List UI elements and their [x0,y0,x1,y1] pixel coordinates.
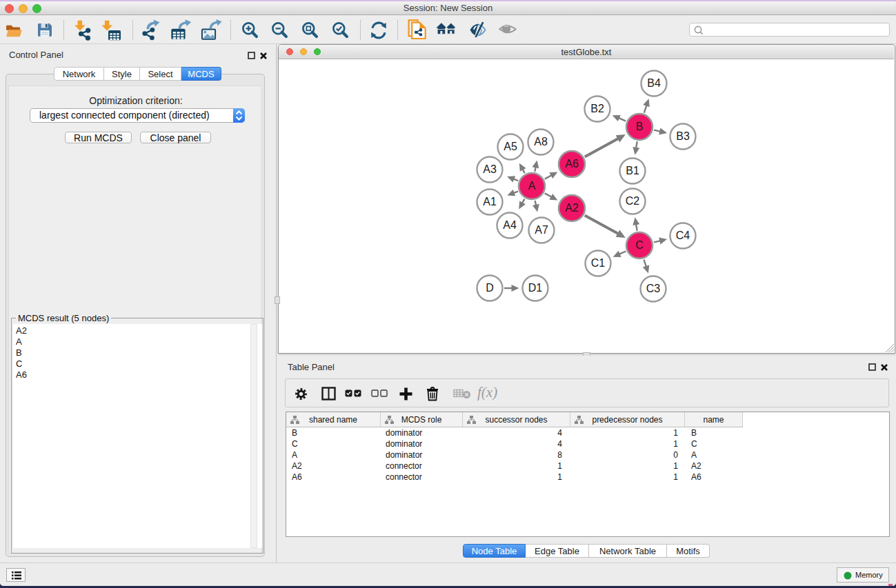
svg-text:A1: A1 [483,196,497,207]
svg-text:A6: A6 [565,158,579,170]
svg-text:C2: C2 [626,195,640,207]
svg-text:D1: D1 [528,282,543,294]
svg-text:A4: A4 [503,219,517,231]
svg-text:A2: A2 [565,202,579,214]
svg-text:C4: C4 [676,230,690,241]
svg-text:A7: A7 [535,224,548,236]
svg-text:B: B [636,121,644,132]
svg-text:C3: C3 [646,283,661,294]
svg-text:C: C [635,239,644,251]
svg-text:B4: B4 [647,77,661,89]
svg-text:C1: C1 [591,257,606,269]
svg-text:B2: B2 [590,103,604,114]
svg-text:B1: B1 [626,165,639,176]
svg-text:A3: A3 [483,163,497,175]
svg-text:B3: B3 [676,130,690,142]
svg-text:A5: A5 [504,141,517,152]
svg-text:A8: A8 [534,136,548,148]
svg-text:A: A [528,180,536,192]
svg-text:D: D [486,282,494,294]
